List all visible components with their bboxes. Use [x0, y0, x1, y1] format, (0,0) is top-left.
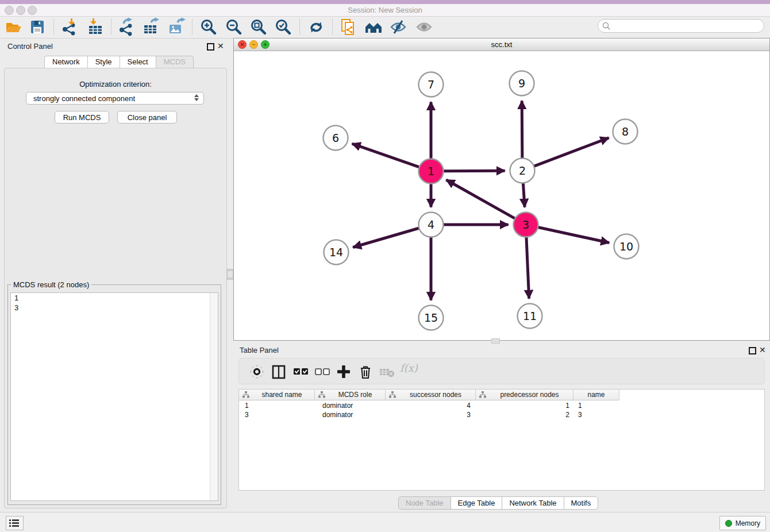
column-label: MCDS role — [325, 391, 385, 399]
table-row[interactable]: 1 dominator 4 1 1 — [239, 401, 619, 410]
tab-network-table[interactable]: Network Table — [502, 496, 563, 510]
export-image-icon[interactable] — [167, 18, 186, 36]
refresh-layout-icon[interactable] — [307, 18, 325, 36]
mcds-result-list[interactable]: 1 3 — [10, 292, 218, 501]
network-window-titlebar[interactable]: ✕ – + scc.txt — [234, 38, 769, 51]
tab-select[interactable]: Select — [120, 56, 156, 68]
close-panel-button[interactable]: Close panel — [117, 111, 177, 124]
select-all-icon[interactable] — [292, 363, 309, 380]
toolbar-separator — [299, 19, 300, 34]
graph-edge-1-2[interactable] — [443, 171, 505, 171]
zoom-in-icon[interactable] — [199, 18, 218, 36]
table-panel-title: Table Panel — [240, 346, 279, 354]
cell-mcds-role: dominator — [322, 401, 353, 410]
import-network-icon[interactable] — [60, 18, 78, 36]
column-label: shared name — [249, 391, 314, 399]
graph-node-label: 15 — [424, 311, 438, 324]
table-header-row: shared name MCDS role successor nodes pr… — [239, 390, 619, 400]
graph-edge-1-6[interactable] — [352, 144, 419, 167]
graph-node-label: 9 — [518, 77, 525, 90]
optimization-criterion-select[interactable]: strongly connected component — [26, 92, 204, 105]
vertical-splitter-handle[interactable] — [227, 269, 233, 280]
graph-edge-4-14[interactable] — [353, 228, 419, 247]
open-folder-icon[interactable] — [4, 18, 22, 36]
graph-edge-3-11[interactable] — [526, 237, 529, 298]
zoom-selected-icon[interactable] — [274, 18, 292, 36]
network-canvas[interactable]: 1234678910111415 — [234, 51, 768, 340]
table-float-panel-icon[interactable] — [749, 346, 756, 357]
graph-edge-3-1[interactable] — [446, 180, 515, 218]
graph-node-label: 1 — [428, 165, 434, 178]
graph-node-label: 6 — [332, 132, 339, 144]
maximize-window-button[interactable] — [28, 6, 37, 15]
export-network-icon[interactable] — [117, 18, 135, 36]
network-window-title: scc.txt — [234, 38, 769, 51]
chevron-updown-icon — [194, 94, 199, 101]
mcds-result-value: 1 — [11, 293, 218, 303]
gear-icon[interactable] — [248, 363, 265, 380]
column-header-successor-nodes[interactable]: successor nodes — [386, 390, 476, 400]
deselect-all-icon[interactable] — [314, 363, 331, 380]
add-column-icon[interactable] — [335, 363, 352, 380]
close-panel-icon[interactable]: ✕ — [217, 43, 224, 49]
column-label: predecessor nodes — [486, 391, 573, 399]
minimize-window-button[interactable] — [16, 6, 25, 15]
graph-node-label: 7 — [428, 78, 434, 91]
delete-table-icon[interactable] — [378, 363, 395, 380]
mcds-result-title: MCDS result (2 nodes) — [11, 280, 91, 289]
graph-edge-2-3[interactable] — [523, 183, 525, 207]
graph-edge-2-9[interactable] — [522, 101, 522, 158]
network-view-window: ✕ – + scc.txt 1234678910111415 — [233, 38, 770, 341]
result-scrollbar[interactable] — [210, 293, 218, 500]
control-panel-tabs: Network Style Select MCDS — [44, 56, 194, 68]
split-columns-icon[interactable] — [270, 363, 287, 380]
column-header-shared-name[interactable]: shared name — [239, 390, 315, 400]
table-row[interactable]: 3 dominator 3 2 3 — [239, 410, 619, 419]
memory-status-dot — [725, 520, 732, 527]
tab-network[interactable]: Network — [44, 56, 87, 68]
graph-edge-2-8[interactable] — [534, 138, 609, 167]
cell-mcds-role: dominator — [322, 410, 353, 419]
run-mcds-button[interactable]: Run MCDS — [55, 111, 109, 124]
mcds-result-value: 3 — [11, 303, 218, 313]
control-panel-title: Control Panel — [7, 42, 53, 51]
toolbar-separator — [53, 19, 54, 34]
toolbar-separator — [332, 19, 333, 34]
import-table-icon[interactable] — [86, 18, 105, 36]
tab-motifs[interactable]: Motifs — [564, 496, 599, 510]
zoom-fit-icon[interactable] — [249, 18, 268, 36]
graph-node-label: 11 — [523, 310, 537, 322]
new-network-from-selection-icon[interactable] — [339, 18, 357, 36]
table-panel-tabs: Node Table Edge Table Network Table Moti… — [398, 496, 598, 510]
zoom-out-icon[interactable] — [225, 18, 243, 36]
cell-predecessor-nodes: 1 — [476, 401, 569, 410]
memory-button[interactable]: Memory — [719, 516, 766, 530]
function-builder-icon[interactable]: f(x) — [400, 362, 417, 379]
show-log-console-button[interactable] — [6, 516, 24, 530]
tab-style[interactable]: Style — [87, 56, 120, 68]
tab-node-table[interactable]: Node Table — [398, 496, 451, 510]
save-icon[interactable] — [28, 18, 47, 36]
mcds-panel: Optimization criterion: strongly connect… — [4, 68, 227, 508]
table-close-panel-icon[interactable]: ✕ — [759, 346, 766, 353]
float-panel-icon[interactable] — [207, 43, 214, 53]
column-header-mcds-role[interactable]: MCDS role — [315, 390, 386, 400]
cell-name: 3 — [578, 410, 582, 419]
tab-edge-table[interactable]: Edge Table — [451, 496, 502, 510]
search-input[interactable] — [613, 20, 759, 32]
graph-node-label: 4 — [428, 218, 434, 231]
delete-column-icon[interactable] — [357, 363, 374, 380]
search-icon — [602, 22, 611, 30]
column-header-name[interactable]: name — [573, 390, 619, 400]
tab-mcds[interactable]: MCDS — [156, 56, 194, 68]
show-all-icon[interactable] — [415, 18, 433, 36]
cell-successor-nodes: 3 — [386, 410, 471, 419]
close-window-button[interactable] — [5, 6, 14, 15]
export-table-icon[interactable] — [142, 18, 160, 36]
toolbar-separator — [111, 19, 111, 34]
hide-selected-icon[interactable] — [389, 18, 407, 36]
window-top-border — [0, 0, 770, 4]
column-header-predecessor-nodes[interactable]: predecessor nodes — [476, 390, 573, 400]
first-neighbors-icon[interactable] — [364, 18, 383, 36]
graph-edge-3-10[interactable] — [538, 228, 609, 243]
